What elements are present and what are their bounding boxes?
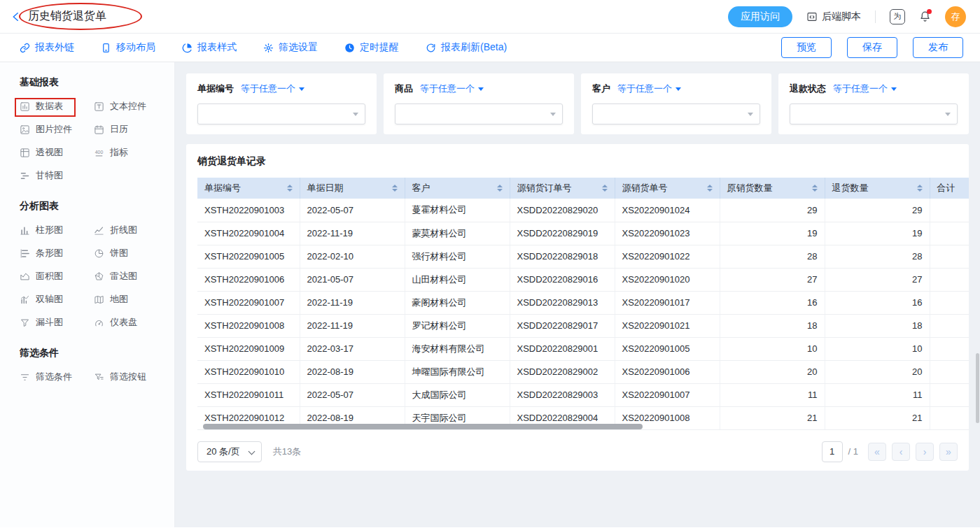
table-row[interactable]: XSTH202209010092022-03-17海安材料有限公司XSDD202… (197, 337, 969, 360)
table-row[interactable]: XSTH202209010082022-11-19罗记材料公司XSDD20220… (197, 314, 969, 337)
table-cell: XSDD20220829018 (510, 245, 615, 268)
table-cell: 豪阁材料公司 (405, 291, 510, 314)
sidebar-item-text-widget[interactable]: 文本控件 (94, 100, 168, 113)
sidebar-item-filter-button[interactable]: 筛选按钮 (94, 371, 168, 383)
refresh-icon (426, 43, 436, 53)
save-button[interactable]: 保存 (847, 37, 897, 58)
next-page-button[interactable]: › (916, 443, 934, 461)
toolbar-item-external-link[interactable]: 报表外链 (20, 41, 74, 54)
filter-value-select[interactable] (790, 104, 958, 124)
column-header-7[interactable]: 合计 (930, 178, 969, 199)
column-header-5[interactable]: 原销货数量 (720, 178, 825, 199)
table-cell: XSDD20220829013 (510, 291, 615, 314)
table-row[interactable]: XSTH202209010032022-05-07蔓霍材料公司XSDD20220… (197, 199, 969, 222)
horizontal-scrollbar[interactable] (203, 424, 643, 429)
table-cell: 10 (720, 337, 825, 360)
filter-value-select[interactable] (395, 104, 563, 124)
sidebar-item-calendar[interactable]: 日历 (94, 123, 168, 136)
sidebar-item-bar-chart[interactable]: 条形图 (20, 247, 94, 259)
prev-page-button[interactable]: ‹ (892, 443, 910, 461)
bar-chart-icon (20, 248, 30, 259)
column-header-2[interactable]: 客户 (405, 178, 510, 199)
column-header-4[interactable]: 源销货单号 (615, 178, 720, 199)
toolbar-item-mobile-layout[interactable]: 移动布局 (101, 41, 155, 54)
table-cell: 11 (825, 383, 930, 406)
sidebar-item-line-chart[interactable]: 折线图 (94, 224, 168, 236)
sort-icon[interactable] (812, 185, 818, 192)
avatar[interactable]: 存 (945, 6, 966, 27)
toolbar-item-report-style[interactable]: 报表样式 (182, 41, 237, 54)
toolbar-item-scheduled-reminder[interactable]: 定时提醒 (344, 41, 399, 54)
publish-button[interactable]: 发布 (913, 37, 963, 58)
back-button[interactable] (10, 10, 22, 23)
sidebar-item-pie-chart[interactable]: 饼图 (94, 247, 168, 259)
sidebar-item-label: 文本控件 (110, 100, 146, 113)
sidebar-item-pivot-table[interactable]: 透视图 (20, 146, 94, 159)
last-page-button[interactable]: » (939, 443, 958, 461)
column-header-0[interactable]: 单据编号 (197, 178, 300, 199)
filter-operator[interactable]: 等于任意一个 (241, 83, 304, 95)
sort-icon[interactable] (392, 185, 398, 192)
current-page-box[interactable]: 1 (822, 441, 843, 462)
column-header-1[interactable]: 单据日期 (300, 178, 405, 199)
gear-icon (263, 43, 274, 53)
table-row[interactable]: XSTH202209010072022-11-19豪阁材料公司XSDD20220… (197, 291, 969, 314)
sidebar-item-gauge[interactable]: 仪表盘 (94, 316, 168, 329)
table-row[interactable]: XSTH202209010112022-05-07大成国际公司XSDD20220… (197, 383, 969, 406)
table-row[interactable]: XSTH202209010102022-08-19坤曜国际有限公司XSDD202… (197, 360, 969, 383)
sidebar-item-radar-chart[interactable]: 雷达图 (94, 270, 168, 283)
sort-icon[interactable] (707, 185, 713, 192)
toolbar-item-report-refresh[interactable]: 报表刷新(Beta) (426, 41, 507, 54)
filter-value-select[interactable] (592, 104, 760, 124)
table-cell: XSDD20220829017 (510, 314, 615, 337)
table-cell: XSDD20220829001 (510, 337, 615, 360)
preview-button[interactable]: 预览 (781, 37, 832, 58)
column-header-6[interactable]: 退货数量 (825, 178, 930, 199)
data-table-widget: 销货退货单记录 单据编号单据日期客户源销货订单号源销货单号原销货数量退货数量合计… (186, 144, 969, 471)
sidebar-item-gantt[interactable]: 甘特图 (20, 169, 94, 182)
page-size-select[interactable]: 20 条/页 (197, 441, 262, 462)
section-title-basic-reports: 基础报表 (20, 76, 167, 89)
sort-icon[interactable] (287, 185, 293, 192)
table-row[interactable]: XSTH202209010062021-05-07山田材料公司XSDD20220… (197, 268, 969, 291)
sidebar-item-label: 双轴图 (36, 293, 63, 306)
sidebar-item-image-widget[interactable]: 图片控件 (20, 123, 94, 136)
language-icon[interactable]: 为 (890, 9, 905, 24)
sidebar-item-indicator[interactable]: 400 指标 (94, 146, 168, 159)
table-row[interactable]: XSTH202209010042022-11-19蒙莫材料公司XSDD20220… (197, 222, 969, 245)
vertical-scrollbar[interactable] (976, 353, 979, 423)
table-cell: 2022-11-19 (300, 222, 405, 245)
column-header-3[interactable]: 源销货订单号 (510, 178, 615, 199)
table-cell: 2021-05-07 (300, 268, 405, 291)
notification-bell-button[interactable] (919, 10, 931, 22)
image-widget-icon (20, 124, 30, 135)
sidebar-item-column-chart[interactable]: 柱形图 (20, 224, 94, 236)
sidebar-item-funnel-chart[interactable]: 漏斗图 (20, 316, 94, 329)
toolbar-item-filter-settings[interactable]: 筛选设置 (263, 41, 318, 54)
sidebar-item-filter-condition[interactable]: 筛选条件 (20, 371, 94, 383)
sort-icon[interactable] (497, 185, 503, 192)
filter-operator[interactable]: 等于任意一个 (420, 83, 484, 95)
table-cell: 海安材料有限公司 (405, 337, 510, 360)
filter-field-label: 客户 (592, 83, 610, 95)
sidebar-item-map[interactable]: 地图 (94, 293, 168, 306)
first-page-button[interactable]: « (868, 443, 886, 461)
sort-icon[interactable] (602, 185, 608, 192)
table-row[interactable]: XSTH202209010052022-02-10强行材料公司XSDD20220… (197, 245, 969, 268)
app-access-button[interactable]: 应用访问 (728, 6, 792, 27)
page-total-label: / 1 (848, 446, 858, 457)
sidebar-item-area-chart[interactable]: 面积图 (20, 270, 94, 283)
filter-operator[interactable]: 等于任意一个 (833, 83, 897, 95)
caret-down-icon (945, 113, 951, 116)
backend-script-button[interactable]: 后端脚本 (806, 10, 861, 23)
filter-operator[interactable]: 等于任意一个 (617, 83, 681, 95)
sort-icon[interactable] (917, 185, 923, 192)
report-toolbar: 报表外链 移动布局 报表样式 筛选设置 定时提醒 报表刷新(Beta) (0, 34, 980, 62)
sidebar-item-data-table[interactable]: 数据表 (20, 100, 94, 113)
filter-operator-label: 等于任意一个 (617, 83, 672, 95)
filter-value-select[interactable] (197, 104, 365, 124)
table-cell: XSTH20220901011 (197, 383, 300, 406)
table-cell: XSTH20220901005 (197, 245, 300, 268)
table-cell (930, 222, 969, 245)
sidebar-item-dual-axis-chart[interactable]: 双轴图 (20, 293, 94, 306)
